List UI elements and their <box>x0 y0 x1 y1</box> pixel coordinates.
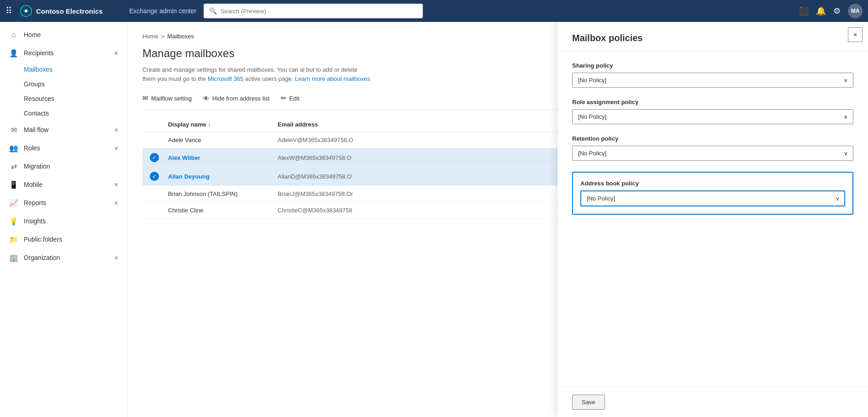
edit-icon: ✏ <box>281 94 287 102</box>
sidebar-label-reports: Reports <box>24 199 46 206</box>
panel-close-button[interactable]: × <box>848 27 863 42</box>
chevron-down-icon-roles: ∨ <box>114 145 118 151</box>
panel-header: Mailbox policies <box>558 22 868 51</box>
sidebar-label-publicfolders: Public folders <box>24 236 62 243</box>
retention-policy-label: Retention policy <box>572 135 853 142</box>
row-name-adele: Adele Vance <box>168 137 278 143</box>
sort-arrow-icon: ↑ <box>208 122 211 127</box>
row-name-alex: Alex Wilber <box>168 154 278 161</box>
sidebar-item-mobile[interactable]: 📱 Mobile ∨ <box>0 175 127 194</box>
main-content: Home > Mailboxes Manage mailboxes Create… <box>128 22 868 417</box>
sidebar-label-recipients: Recipients <box>24 49 53 57</box>
feedback-icon[interactable]: ⬛ <box>799 6 809 16</box>
sidebar-item-mailflow[interactable]: ✉ Mail flow ∨ <box>0 121 127 139</box>
link-microsoft365[interactable]: Microsoft 365 <box>208 75 243 82</box>
retention-policy-field: Retention policy [No Policy] ∨ <box>572 135 853 161</box>
reports-icon: 📈 <box>9 198 18 207</box>
col-display-name[interactable]: Display name ↑ <box>168 121 278 128</box>
sidebar-label-migration: Migration <box>24 163 50 170</box>
app-title: Exchange admin center <box>129 7 196 15</box>
sidebar-item-insights[interactable]: 💡 Insights <box>0 212 127 230</box>
page-description: Create and manage settings for shared ma… <box>142 65 371 83</box>
chevron-down-icon-reports: ∨ <box>114 200 118 206</box>
svg-point-1 <box>25 10 27 12</box>
panel-body: Sharing policy [No Policy] ∨ Role assign… <box>558 51 868 387</box>
sidebar-item-organization[interactable]: 🏢 Organization ∨ <box>0 248 127 267</box>
link-learn-more[interactable]: Learn more about mailboxes <box>295 75 370 82</box>
sidebar: ⌂ Home 👤 Recipients ∧ Mailboxes Groups R… <box>0 22 128 417</box>
sidebar-item-roles[interactable]: 👥 Roles ∨ <box>0 139 127 157</box>
sharing-policy-label: Sharing policy <box>572 62 853 69</box>
hide-icon: 👁 <box>203 95 210 102</box>
insights-icon: 💡 <box>9 216 18 226</box>
publicfolders-icon: 📁 <box>9 235 18 244</box>
main-layout: ⌂ Home 👤 Recipients ∧ Mailboxes Groups R… <box>0 22 868 417</box>
row-name-allan: Allan Deyoung <box>168 173 278 180</box>
sidebar-item-reports[interactable]: 📈 Reports ∨ <box>0 194 127 212</box>
address-book-policy-field: Address book policy [No Policy] ∨ <box>572 172 853 215</box>
retention-policy-select[interactable]: [No Policy] <box>572 146 853 161</box>
row-check-allan: ✓ <box>150 172 168 181</box>
home-icon: ⌂ <box>9 30 18 39</box>
sidebar-sub-mailboxes-container: Mailboxes Groups Resources Contacts <box>0 62 127 121</box>
address-book-policy-select[interactable]: [No Policy] <box>580 190 845 206</box>
recipients-icon: 👤 <box>9 48 18 58</box>
save-button[interactable]: Save <box>572 395 605 410</box>
retention-policy-select-wrapper: [No Policy] ∨ <box>572 146 853 161</box>
chevron-down-icon: ∨ <box>114 127 118 133</box>
mobile-icon: 📱 <box>9 180 18 189</box>
sidebar-item-home[interactable]: ⌂ Home <box>0 26 127 44</box>
row-check-alex: ✓ <box>150 153 168 162</box>
mailflow-setting-icon: ✉ <box>142 94 148 102</box>
organization-icon: 🏢 <box>9 253 18 262</box>
sidebar-item-mailboxes[interactable]: Mailboxes <box>24 62 127 77</box>
hide-from-address-list-button[interactable]: 👁 Hide from address list <box>203 93 270 104</box>
selected-check-icon: ✓ <box>150 153 159 162</box>
role-assignment-policy-select-wrapper: [No Policy] ∨ <box>572 109 853 124</box>
role-assignment-policy-field: Role assignment policy [No Policy] ∨ <box>572 99 853 124</box>
sharing-policy-select[interactable]: [No Policy] <box>572 73 853 88</box>
top-navigation: ⠿ Contoso Electronics Exchange admin cen… <box>0 0 868 22</box>
address-book-policy-select-wrapper: [No Policy] ∨ <box>580 190 845 206</box>
panel-footer: Save <box>558 387 868 417</box>
address-book-policy-label: Address book policy <box>580 180 845 187</box>
breadcrumb-home[interactable]: Home <box>142 33 158 40</box>
sidebar-item-migration[interactable]: ⇄ Migration <box>0 157 127 175</box>
role-assignment-policy-select[interactable]: [No Policy] <box>572 109 853 124</box>
breadcrumb-current: Mailboxes <box>167 33 194 40</box>
sidebar-item-resources[interactable]: Resources <box>24 91 127 106</box>
panel-title: Mailbox policies <box>572 33 642 43</box>
sidebar-item-publicfolders[interactable]: 📁 Public folders <box>0 230 127 248</box>
migration-icon: ⇄ <box>9 162 18 171</box>
mailflow-setting-button[interactable]: ✉ Mailflow setting <box>142 92 192 104</box>
brand-name: Contoso Electronics <box>36 7 103 15</box>
search-input[interactable] <box>221 8 417 15</box>
waffle-icon[interactable]: ⠿ <box>5 5 12 16</box>
search-icon: 🔍 <box>209 7 217 15</box>
sidebar-label-roles: Roles <box>24 144 40 152</box>
selected-check-icon: ✓ <box>150 172 159 181</box>
sidebar-label-mobile: Mobile <box>24 181 42 188</box>
settings-icon[interactable]: ⚙ <box>833 6 841 16</box>
row-name-brian: Brian Johnson (TAILSPIN) <box>168 190 278 197</box>
sharing-policy-field: Sharing policy [No Policy] ∨ <box>572 62 853 88</box>
chevron-down-icon-org: ∨ <box>114 254 118 261</box>
avatar[interactable]: MA <box>848 4 863 18</box>
top-nav-right: ⬛ 🔔 ⚙ MA <box>799 4 863 18</box>
role-assignment-policy-label: Role assignment policy <box>572 99 853 106</box>
sidebar-item-contacts[interactable]: Contacts <box>24 106 127 121</box>
search-bar[interactable]: 🔍 <box>204 4 423 18</box>
sharing-policy-select-wrapper: [No Policy] ∨ <box>572 73 853 88</box>
sidebar-label-home: Home <box>24 31 41 38</box>
sidebar-label-organization: Organization <box>24 254 60 261</box>
notification-icon[interactable]: 🔔 <box>816 6 826 16</box>
breadcrumb-separator: > <box>161 33 165 40</box>
col-check <box>150 121 168 128</box>
brand-logo: Contoso Electronics <box>20 5 120 17</box>
mailflow-icon: ✉ <box>9 125 18 134</box>
edit-button[interactable]: ✏ Edit <box>281 92 300 104</box>
sidebar-item-recipients[interactable]: 👤 Recipients ∧ <box>0 44 127 62</box>
sidebar-item-groups[interactable]: Groups <box>24 77 127 91</box>
sidebar-label-mailflow: Mail flow <box>24 126 48 133</box>
chevron-down-icon-mobile: ∨ <box>114 181 118 188</box>
